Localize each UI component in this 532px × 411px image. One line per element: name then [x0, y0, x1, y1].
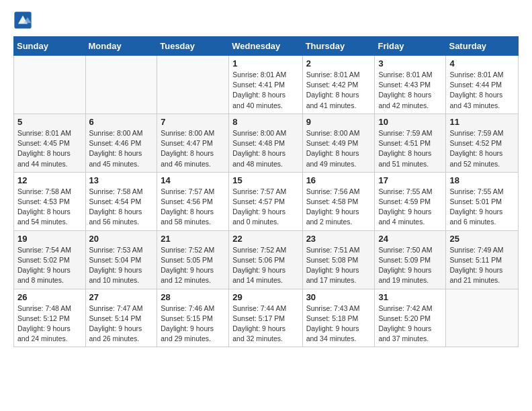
day-info: Sunrise: 7:52 AM Sunset: 5:05 PM Dayligh… — [161, 245, 225, 286]
day-number: 10 — [378, 117, 442, 127]
day-info: Sunrise: 7:48 AM Sunset: 5:12 PM Dayligh… — [17, 304, 82, 345]
day-number: 27 — [89, 292, 154, 302]
calendar-cell: 1Sunrise: 8:01 AM Sunset: 4:41 PM Daylig… — [229, 56, 302, 114]
weekday-header: Saturday — [446, 37, 519, 56]
day-number: 30 — [306, 292, 371, 302]
day-number: 21 — [161, 234, 225, 244]
day-number: 17 — [378, 175, 442, 185]
calendar-cell: 29Sunrise: 7:44 AM Sunset: 5:17 PM Dayli… — [229, 289, 302, 347]
day-info: Sunrise: 7:47 AM Sunset: 5:14 PM Dayligh… — [89, 304, 154, 345]
calendar-week-row: 5Sunrise: 8:01 AM Sunset: 4:45 PM Daylig… — [14, 113, 519, 172]
day-info: Sunrise: 7:55 AM Sunset: 5:01 PM Dayligh… — [449, 187, 515, 228]
day-info: Sunrise: 7:59 AM Sunset: 4:51 PM Dayligh… — [378, 128, 442, 169]
calendar-cell: 30Sunrise: 7:43 AM Sunset: 5:18 PM Dayli… — [302, 289, 375, 347]
day-info: Sunrise: 7:56 AM Sunset: 4:58 PM Dayligh… — [306, 187, 371, 228]
calendar-cell: 3Sunrise: 8:01 AM Sunset: 4:43 PM Daylig… — [375, 56, 446, 114]
day-number: 25 — [449, 234, 515, 244]
day-info: Sunrise: 8:01 AM Sunset: 4:45 PM Dayligh… — [17, 128, 82, 169]
day-info: Sunrise: 7:53 AM Sunset: 5:04 PM Dayligh… — [89, 245, 154, 286]
calendar-cell: 28Sunrise: 7:46 AM Sunset: 5:15 PM Dayli… — [157, 289, 229, 347]
day-info: Sunrise: 7:46 AM Sunset: 5:15 PM Dayligh… — [161, 304, 225, 345]
calendar-cell: 27Sunrise: 7:47 AM Sunset: 5:14 PM Dayli… — [85, 289, 157, 347]
weekday-header: Thursday — [302, 37, 375, 56]
day-number: 6 — [89, 117, 154, 127]
day-number: 18 — [449, 175, 515, 185]
logo — [13, 11, 35, 30]
calendar-cell: 5Sunrise: 8:01 AM Sunset: 4:45 PM Daylig… — [14, 113, 86, 172]
day-info: Sunrise: 8:01 AM Sunset: 4:43 PM Dayligh… — [378, 70, 442, 111]
day-number: 31 — [378, 292, 442, 302]
day-info: Sunrise: 7:57 AM Sunset: 4:57 PM Dayligh… — [232, 187, 298, 228]
day-info: Sunrise: 7:51 AM Sunset: 5:08 PM Dayligh… — [306, 245, 371, 286]
day-info: Sunrise: 7:55 AM Sunset: 4:59 PM Dayligh… — [378, 187, 442, 228]
calendar-cell: 2Sunrise: 8:01 AM Sunset: 4:42 PM Daylig… — [302, 56, 375, 114]
day-number: 1 — [232, 58, 298, 68]
day-number: 24 — [378, 234, 442, 244]
day-info: Sunrise: 8:00 AM Sunset: 4:46 PM Dayligh… — [89, 128, 154, 169]
calendar-cell: 14Sunrise: 7:57 AM Sunset: 4:56 PM Dayli… — [157, 172, 229, 230]
calendar-cell — [85, 56, 157, 114]
calendar-cell: 13Sunrise: 7:58 AM Sunset: 4:54 PM Dayli… — [85, 172, 157, 230]
day-info: Sunrise: 7:57 AM Sunset: 4:56 PM Dayligh… — [161, 187, 225, 228]
day-number: 8 — [232, 117, 298, 127]
day-info: Sunrise: 7:54 AM Sunset: 5:02 PM Dayligh… — [17, 245, 82, 286]
calendar-table: SundayMondayTuesdayWednesdayThursdayFrid… — [13, 36, 519, 347]
day-info: Sunrise: 8:01 AM Sunset: 4:41 PM Dayligh… — [232, 70, 298, 111]
calendar-page: SundayMondayTuesdayWednesdayThursdayFrid… — [0, 0, 532, 411]
weekday-header: Tuesday — [157, 37, 229, 56]
day-info: Sunrise: 8:00 AM Sunset: 4:47 PM Dayligh… — [161, 128, 225, 169]
day-info: Sunrise: 7:59 AM Sunset: 4:52 PM Dayligh… — [449, 128, 515, 169]
weekday-header: Sunday — [14, 37, 86, 56]
calendar-cell — [446, 289, 519, 347]
day-number: 14 — [161, 175, 225, 185]
day-info: Sunrise: 7:42 AM Sunset: 5:20 PM Dayligh… — [378, 304, 442, 345]
calendar-cell: 25Sunrise: 7:49 AM Sunset: 5:11 PM Dayli… — [446, 230, 519, 289]
day-number: 5 — [17, 117, 82, 127]
calendar-cell: 7Sunrise: 8:00 AM Sunset: 4:47 PM Daylig… — [157, 113, 229, 172]
calendar-cell: 10Sunrise: 7:59 AM Sunset: 4:51 PM Dayli… — [375, 113, 446, 172]
weekday-header: Friday — [375, 37, 446, 56]
calendar-cell: 23Sunrise: 7:51 AM Sunset: 5:08 PM Dayli… — [302, 230, 375, 289]
day-info: Sunrise: 8:01 AM Sunset: 4:44 PM Dayligh… — [449, 70, 515, 111]
day-info: Sunrise: 7:52 AM Sunset: 5:06 PM Dayligh… — [232, 245, 298, 286]
day-number: 4 — [449, 58, 515, 68]
calendar-cell: 24Sunrise: 7:50 AM Sunset: 5:09 PM Dayli… — [375, 230, 446, 289]
weekday-header: Monday — [85, 37, 157, 56]
day-info: Sunrise: 7:58 AM Sunset: 4:54 PM Dayligh… — [89, 187, 154, 228]
day-info: Sunrise: 8:00 AM Sunset: 4:48 PM Dayligh… — [232, 128, 298, 169]
calendar-cell: 4Sunrise: 8:01 AM Sunset: 4:44 PM Daylig… — [446, 56, 519, 114]
day-number: 11 — [449, 117, 515, 127]
calendar-cell: 16Sunrise: 7:56 AM Sunset: 4:58 PM Dayli… — [302, 172, 375, 230]
calendar-cell: 18Sunrise: 7:55 AM Sunset: 5:01 PM Dayli… — [446, 172, 519, 230]
day-number: 26 — [17, 292, 82, 302]
calendar-cell: 15Sunrise: 7:57 AM Sunset: 4:57 PM Dayli… — [229, 172, 302, 230]
calendar-cell: 20Sunrise: 7:53 AM Sunset: 5:04 PM Dayli… — [85, 230, 157, 289]
day-number: 29 — [232, 292, 298, 302]
weekday-header: Wednesday — [229, 37, 302, 56]
calendar-cell: 12Sunrise: 7:58 AM Sunset: 4:53 PM Dayli… — [14, 172, 86, 230]
day-number: 19 — [17, 234, 82, 244]
calendar-cell: 21Sunrise: 7:52 AM Sunset: 5:05 PM Dayli… — [157, 230, 229, 289]
day-number: 28 — [161, 292, 225, 302]
day-number: 9 — [306, 117, 371, 127]
day-info: Sunrise: 8:00 AM Sunset: 4:49 PM Dayligh… — [306, 128, 371, 169]
calendar-cell: 17Sunrise: 7:55 AM Sunset: 4:59 PM Dayli… — [375, 172, 446, 230]
day-number: 2 — [306, 58, 371, 68]
calendar-cell — [157, 56, 229, 114]
day-number: 20 — [89, 234, 154, 244]
calendar-cell: 6Sunrise: 8:00 AM Sunset: 4:46 PM Daylig… — [85, 113, 157, 172]
day-number: 7 — [161, 117, 225, 127]
calendar-week-row: 12Sunrise: 7:58 AM Sunset: 4:53 PM Dayli… — [14, 172, 519, 230]
calendar-cell: 19Sunrise: 7:54 AM Sunset: 5:02 PM Dayli… — [14, 230, 86, 289]
day-info: Sunrise: 7:58 AM Sunset: 4:53 PM Dayligh… — [17, 187, 82, 228]
day-number: 23 — [306, 234, 371, 244]
calendar-week-row: 26Sunrise: 7:48 AM Sunset: 5:12 PM Dayli… — [14, 289, 519, 347]
calendar-cell: 11Sunrise: 7:59 AM Sunset: 4:52 PM Dayli… — [446, 113, 519, 172]
calendar-week-row: 19Sunrise: 7:54 AM Sunset: 5:02 PM Dayli… — [14, 230, 519, 289]
day-number: 12 — [17, 175, 82, 185]
day-info: Sunrise: 8:01 AM Sunset: 4:42 PM Dayligh… — [306, 70, 371, 111]
calendar-cell: 9Sunrise: 8:00 AM Sunset: 4:49 PM Daylig… — [302, 113, 375, 172]
day-number: 22 — [232, 234, 298, 244]
calendar-header-row: SundayMondayTuesdayWednesdayThursdayFrid… — [14, 37, 519, 56]
calendar-cell: 8Sunrise: 8:00 AM Sunset: 4:48 PM Daylig… — [229, 113, 302, 172]
